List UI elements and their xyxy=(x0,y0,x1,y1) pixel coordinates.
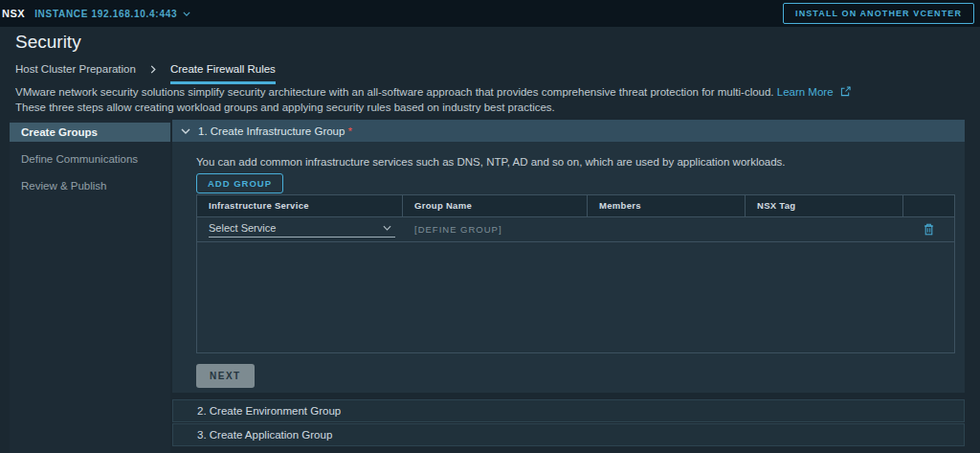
delete-row-button[interactable] xyxy=(922,221,936,238)
steps-sidebar: Create Groups Define Communications Revi… xyxy=(10,120,170,453)
instance-selector[interactable]: INSTANCE 192.168.10.4:443 xyxy=(34,9,190,19)
description-text: VMware network security solutions simpli… xyxy=(15,86,774,98)
sidebar-item-review-publish[interactable]: Review & Publish xyxy=(10,176,170,195)
external-link-icon[interactable] xyxy=(840,86,851,97)
nsx-logo: NSX xyxy=(2,8,25,19)
next-button[interactable]: NEXT xyxy=(196,364,255,388)
sidebar-item-define-communications[interactable]: Define Communications xyxy=(10,149,170,169)
select-service-value: Select Service xyxy=(209,222,276,234)
table-empty-area xyxy=(196,242,955,353)
section-1-body: You can add common infrastructure servic… xyxy=(172,142,965,393)
members-cell xyxy=(588,217,746,241)
page-description: VMware network security solutions simpli… xyxy=(15,84,972,115)
chevron-down-icon xyxy=(183,11,190,16)
page-title: Security xyxy=(15,32,81,53)
instance-label: INSTANCE 192.168.10.4:443 xyxy=(34,9,177,19)
column-header-members: Members xyxy=(588,195,746,216)
group-name-cell: [DEFINE GROUP] xyxy=(403,224,588,235)
table-header-row: Infrastructure Service Group Name Member… xyxy=(196,194,955,217)
chevron-down-icon xyxy=(383,225,391,231)
create-groups-panel: 1. Create Infrastructure Group * You can… xyxy=(172,120,965,446)
section-1-header[interactable]: 1. Create Infrastructure Group * xyxy=(172,120,965,142)
column-header-nsx-tag: NSX Tag xyxy=(746,195,903,216)
service-cell: Select Service xyxy=(197,222,403,238)
section-2-header[interactable]: 2. Create Environment Group xyxy=(172,399,965,422)
tab-bar: Host Cluster Preparation Create Firewall… xyxy=(15,63,276,84)
description-line-1: VMware network security solutions simpli… xyxy=(15,84,972,100)
section-3-header[interactable]: 3. Create Application Group xyxy=(172,423,965,446)
actions-cell xyxy=(903,221,954,238)
chevron-right-icon xyxy=(150,65,156,74)
add-group-button[interactable]: ADD GROUP xyxy=(196,173,283,193)
section-1-description: You can add common infrastructure servic… xyxy=(196,156,786,168)
install-on-another-vcenter-button[interactable]: INSTALL ON ANOTHER VCENTER xyxy=(783,3,974,24)
column-header-infrastructure-service: Infrastructure Service xyxy=(197,195,403,216)
nsx-tag-cell xyxy=(746,217,903,241)
learn-more-link[interactable]: Learn More xyxy=(777,86,834,98)
sidebar-item-create-groups[interactable]: Create Groups xyxy=(10,123,170,142)
top-bar: NSX INSTANCE 192.168.10.4:443 INSTALL ON… xyxy=(0,0,980,27)
infrastructure-group-table: Infrastructure Service Group Name Member… xyxy=(196,194,955,353)
section-1-title: 1. Create Infrastructure Group xyxy=(198,125,345,137)
table-row: Select Service [DEFINE GROUP] xyxy=(196,217,955,242)
column-header-group-name: Group Name xyxy=(403,195,588,216)
column-header-actions xyxy=(903,195,954,216)
trash-icon xyxy=(924,223,934,236)
description-line-2: These three steps allow creating workloa… xyxy=(15,100,972,115)
chevron-down-icon xyxy=(181,128,190,134)
select-service-dropdown[interactable]: Select Service xyxy=(209,222,395,238)
tab-create-firewall-rules[interactable]: Create Firewall Rules xyxy=(170,63,276,84)
required-marker: * xyxy=(347,125,351,137)
tab-host-cluster-preparation[interactable]: Host Cluster Preparation xyxy=(15,63,136,81)
